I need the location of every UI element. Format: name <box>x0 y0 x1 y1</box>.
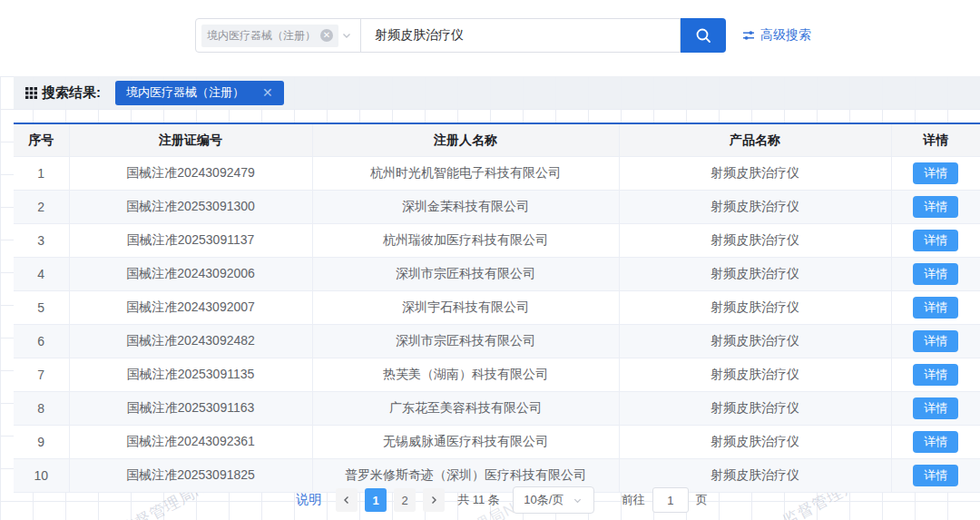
search-button[interactable] <box>681 18 726 53</box>
search-bar: 境内医疗器械（注册） ✕ 高级搜索 <box>195 18 811 53</box>
cell-product: 射频皮肤治疗仪 <box>619 358 891 392</box>
results-table: 序号 注册证编号 注册人名称 产品名称 详情 1 国械注准20243092479… <box>14 123 980 493</box>
cell-reg-no: 国械注准20243092479 <box>69 157 312 191</box>
cell-registrant: 深圳市宗匠科技有限公司 <box>312 325 619 358</box>
cell-detail: 详情 <box>891 358 980 392</box>
detail-button[interactable]: 详情 <box>913 431 958 453</box>
table-row: 5 国械注准20243092007 深圳宇石科技有限公司 射频皮肤治疗仪 详情 <box>14 291 980 325</box>
category-tag-remove-icon[interactable]: ✕ <box>320 29 333 42</box>
cell-registrant: 深圳市宗匠科技有限公司 <box>312 258 619 291</box>
cell-registrant: 深圳金茉科技有限公司 <box>312 191 619 224</box>
page-number-button[interactable]: 2 <box>394 488 416 512</box>
cell-product: 射频皮肤治疗仪 <box>619 258 891 291</box>
table-row: 1 国械注准20243092479 杭州时光机智能电子科技有限公司 射频皮肤治疗… <box>14 157 980 191</box>
column-header-index: 序号 <box>14 124 69 157</box>
table-row: 7 国械注准20253091135 热芙美（湖南）科技有限公司 射频皮肤治疗仪 … <box>14 358 980 392</box>
note-link[interactable]: 说明 <box>296 492 321 508</box>
cell-index: 3 <box>14 224 69 258</box>
detail-button[interactable]: 详情 <box>913 364 958 386</box>
detail-button[interactable]: 详情 <box>913 263 958 285</box>
cell-index: 7 <box>14 358 69 392</box>
table-row: 6 国械注准20243092482 深圳市宗匠科技有限公司 射频皮肤治疗仪 详情 <box>14 325 980 358</box>
cell-registrant: 深圳宇石科技有限公司 <box>312 291 619 325</box>
cell-index: 9 <box>14 426 69 459</box>
cell-product: 射频皮肤治疗仪 <box>619 191 891 224</box>
page-number-button[interactable]: 1 <box>365 488 387 512</box>
table-row: 8 国械注准20253091163 广东花至美容科技有限公司 射频皮肤治疗仪 详… <box>14 392 980 426</box>
cell-detail: 详情 <box>891 258 980 291</box>
cell-reg-no: 国械注准20253091137 <box>69 224 312 258</box>
cell-product: 射频皮肤治疗仪 <box>619 426 891 459</box>
column-header-registrant: 注册人名称 <box>312 124 619 157</box>
next-page-button[interactable] <box>423 488 445 512</box>
detail-button[interactable]: 详情 <box>913 196 958 218</box>
results-label-text: 搜索结果: <box>42 84 101 102</box>
cell-registrant: 热芙美（湖南）科技有限公司 <box>312 358 619 392</box>
cell-detail: 详情 <box>891 191 980 224</box>
goto-page-input[interactable] <box>652 487 689 513</box>
table-row: 2 国械注准20253091300 深圳金茉科技有限公司 射频皮肤治疗仪 详情 <box>14 191 980 224</box>
total-count-label: 共 11 条 <box>457 492 500 508</box>
cell-reg-no: 国械注准20253091135 <box>69 358 312 392</box>
cell-detail: 详情 <box>891 157 980 191</box>
cell-product: 射频皮肤治疗仪 <box>619 392 891 426</box>
search-input[interactable] <box>360 18 681 53</box>
cell-product: 射频皮肤治疗仪 <box>619 224 891 258</box>
pagination-bar: 说明 12 共 11 条 10条/页 前往 页 <box>0 486 980 514</box>
column-header-product: 产品名称 <box>619 124 891 157</box>
cell-detail: 详情 <box>891 291 980 325</box>
page-size-select[interactable]: 10条/页 <box>513 486 594 514</box>
cell-reg-no: 国械注准20253091300 <box>69 191 312 224</box>
goto-unit-label: 页 <box>696 492 708 508</box>
goto-label: 前往 <box>622 492 645 508</box>
cell-reg-no: 国械注准20243092482 <box>69 325 312 358</box>
cell-index: 6 <box>14 325 69 358</box>
goto-page-group: 前往 页 <box>622 487 708 513</box>
cell-index: 4 <box>14 258 69 291</box>
detail-button[interactable]: 详情 <box>913 330 958 352</box>
detail-button[interactable]: 详情 <box>913 230 958 251</box>
sliders-icon <box>742 29 755 42</box>
cell-index: 2 <box>14 191 69 224</box>
cell-reg-no: 国械注准20243092007 <box>69 291 312 325</box>
filter-tag-close-icon[interactable]: ✕ <box>262 86 273 99</box>
chevron-down-icon <box>573 495 583 505</box>
results-filter-tag[interactable]: 境内医疗器械（注册） ✕ <box>115 81 284 105</box>
table-row: 4 国械注准20243092006 深圳市宗匠科技有限公司 射频皮肤治疗仪 详情 <box>14 258 980 291</box>
prev-page-button[interactable] <box>336 488 358 512</box>
page-size-value: 10条/页 <box>524 492 564 508</box>
category-tag: 境内医疗器械（注册） ✕ <box>201 25 338 47</box>
cell-index: 5 <box>14 291 69 325</box>
cell-product: 射频皮肤治疗仪 <box>619 157 891 191</box>
cell-registrant: 杭州瑞彼加医疗科技有限公司 <box>312 224 619 258</box>
cell-detail: 详情 <box>891 426 980 459</box>
cell-product: 射频皮肤治疗仪 <box>619 291 891 325</box>
search-results-bar: 搜索结果: 境内医疗器械（注册） ✕ <box>14 76 980 109</box>
cell-product: 射频皮肤治疗仪 <box>619 325 891 358</box>
results-label: 搜索结果: <box>25 84 101 102</box>
results-filter-tag-label: 境内医疗器械（注册） <box>126 84 244 101</box>
column-header-reg-no: 注册证编号 <box>69 124 312 157</box>
cell-registrant: 广东花至美容科技有限公司 <box>312 392 619 426</box>
detail-button[interactable]: 详情 <box>913 162 958 184</box>
advanced-search-link[interactable]: 高级搜索 <box>742 18 811 53</box>
cell-registrant: 无锡威脉通医疗科技有限公司 <box>312 426 619 459</box>
advanced-search-label: 高级搜索 <box>760 27 811 44</box>
category-select[interactable]: 境内医疗器械（注册） ✕ <box>195 18 361 53</box>
chevron-down-icon <box>341 30 352 41</box>
table-row: 3 国械注准20253091137 杭州瑞彼加医疗科技有限公司 射频皮肤治疗仪 … <box>14 224 980 258</box>
table-header-row: 序号 注册证编号 注册人名称 产品名称 详情 <box>14 124 980 157</box>
cell-detail: 详情 <box>891 224 980 258</box>
grid-icon <box>25 87 37 99</box>
cell-index: 1 <box>14 157 69 191</box>
detail-button[interactable]: 详情 <box>913 465 958 486</box>
cell-detail: 详情 <box>891 392 980 426</box>
detail-button[interactable]: 详情 <box>913 397 958 419</box>
cell-reg-no: 国械注准20243092006 <box>69 258 312 291</box>
table-row: 9 国械注准20243092361 无锡威脉通医疗科技有限公司 射频皮肤治疗仪 … <box>14 426 980 459</box>
detail-button[interactable]: 详情 <box>913 297 958 319</box>
category-tag-label: 境内医疗器械（注册） <box>207 28 316 44</box>
cell-reg-no: 国械注准20253091163 <box>69 392 312 426</box>
search-icon <box>694 26 712 44</box>
cell-registrant: 杭州时光机智能电子科技有限公司 <box>312 157 619 191</box>
